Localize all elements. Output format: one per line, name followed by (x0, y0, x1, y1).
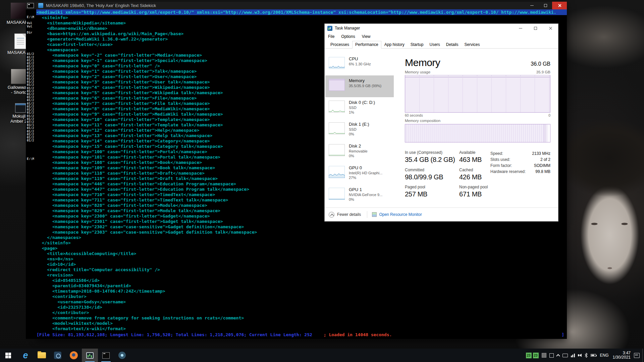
chevron-up-circle-icon (329, 212, 334, 218)
taskbar-icon-console[interactable] (98, 349, 114, 362)
non-paged-pool-value: 671 MB (459, 190, 488, 198)
disk-sparkline (329, 144, 345, 156)
in-use-value: 35.4 GB (8.2 GB) (405, 156, 455, 164)
composition-modified-segment (545, 124, 548, 142)
menu-view[interactable]: View (362, 34, 371, 39)
paged-pool-value: 257 MB (405, 190, 427, 198)
task-manager-window: Task Manager File Options View Processes… (324, 23, 558, 222)
menu-options[interactable]: Options (341, 34, 355, 39)
console-dir-listing[interactable]: E:\M Vol Vol Dir 01/2 01/2 01/1 01/2 01/… (27, 16, 34, 161)
composition-in-use-segment (405, 124, 544, 142)
slots-used-value: 2 of 2 (540, 157, 550, 163)
task-manager-icon (327, 26, 332, 31)
editor-highlighted-line[interactable]: <mediawiki xmlns="http://www.mediawiki.o… (36, 9, 567, 15)
memory-detail-panel: Memory 36.0 GB Memory usage 35.9 GB 60 s… (405, 56, 550, 68)
form-factor-value: SODIMM (534, 163, 550, 169)
status-load-time: ; Loaded in 14048 seconds. (324, 332, 392, 337)
console-icon (27, 3, 34, 8)
editor-title: MASAKARI 198x60, The 'Holy Axe' English … (46, 3, 156, 8)
graph-gridlines (405, 75, 550, 112)
core-temp-badge-1[interactable]: 23 (526, 353, 532, 358)
hidden-icons-caret-icon[interactable] (557, 354, 559, 357)
tab-startup[interactable]: Startup (408, 41, 427, 49)
tm-maximize-button[interactable] (528, 24, 543, 33)
hardware-reserved-value: 99.8 MB (535, 169, 550, 175)
composition-label: Memory composition (405, 119, 440, 123)
tab-processes[interactable]: Processes (327, 41, 352, 49)
tab-services[interactable]: Services (462, 41, 483, 49)
bluetooth-icon[interactable] (585, 353, 588, 358)
open-resource-monitor-link[interactable]: Open Resource Monitor (372, 212, 422, 217)
perf-item-disk1[interactable]: Disk 1 (E:)SSD0% (325, 119, 394, 141)
network-icon[interactable] (571, 354, 575, 357)
disk-sparkline (329, 122, 345, 134)
action-center-icon[interactable] (634, 353, 640, 358)
timeline-left-label: 60 seconds (405, 113, 423, 117)
editor-close-button[interactable] (552, 2, 567, 9)
document-icon (14, 34, 26, 49)
tab-details[interactable]: Details (443, 41, 462, 49)
editor-maximize-button[interactable] (539, 2, 552, 9)
tm-footer: Fewer details Open Resource Monitor (325, 207, 558, 221)
total-memory: 36.0 GB (531, 61, 550, 67)
app-icon (54, 352, 61, 359)
editor-text-area[interactable]: <siteinfo> <sitename>Wikipedia</sitename… (37, 15, 257, 331)
taskbar-icon-app-2[interactable] (114, 349, 130, 362)
hardware-info: Speed:2133 MHz Slots used:2 of 2 Form fa… (490, 150, 550, 175)
battery-icon[interactable] (591, 354, 596, 357)
footer-divider (367, 211, 367, 218)
minimize-icon (530, 5, 534, 6)
show-desktop-button[interactable] (642, 349, 644, 362)
tm-minimize-button[interactable] (513, 24, 528, 33)
volume-icon[interactable] (578, 354, 582, 357)
perf-item-disk2[interactable]: Disk 2Removable0% (325, 141, 394, 163)
perf-item-memory[interactable]: Memory35.5/35.9 GB (99%) (325, 75, 394, 97)
close-icon (558, 4, 561, 7)
available-value: 463 MB (459, 156, 482, 164)
perf-item-disk0[interactable]: Disk 0 (C: D:)SSD1% (325, 97, 394, 119)
start-button[interactable] (0, 349, 16, 362)
memory-sparkline (329, 79, 345, 91)
tm-close-button[interactable] (543, 24, 558, 33)
monitor-icon[interactable] (562, 354, 568, 357)
cached-value: 426 MB (459, 173, 482, 181)
tray-app-icon-2[interactable] (549, 353, 554, 358)
core-temp-badge-2[interactable]: 23 (533, 353, 539, 358)
usage-max: 35.9 GB (536, 70, 550, 74)
taskbar-icon-edge[interactable] (17, 349, 34, 362)
editor-titlebar[interactable]: MASAKARI 198x60, The 'Holy Axe' English … (36, 2, 567, 9)
language-indicator[interactable]: ENG (600, 353, 609, 358)
taskbar-clock[interactable]: 3:47 1/30/2021 (613, 351, 631, 360)
fewer-details-button[interactable]: Fewer details (329, 212, 361, 218)
performance-sidebar: CPU6% 1.30 GHz Memory35.5/35.9 GB (99%) … (325, 49, 394, 207)
firefox-icon (70, 351, 78, 359)
tray-app-icon-1[interactable] (542, 353, 546, 358)
tm-menubar: File Options View (325, 33, 558, 41)
app-icon (118, 352, 126, 359)
editor-minimize-button[interactable] (525, 2, 539, 9)
task-manager-titlebar[interactable]: Task Manager (325, 24, 558, 33)
perf-item-cpu[interactable]: CPU6% 1.30 GHz (325, 54, 394, 75)
tab-users[interactable]: Users (426, 41, 443, 49)
desktop: MASAKARI-... MASAKARI... Gallowwalk... -… (0, 0, 644, 362)
taskbar: 23 23 ENG 3:47 1/30/2021 (0, 349, 644, 362)
taskbar-icon-app[interactable] (50, 349, 66, 362)
edge-icon (23, 351, 28, 360)
committed-value: 98.0/99.9 GB (405, 173, 443, 181)
maximize-icon (544, 4, 547, 7)
taskbar-icon-task-manager[interactable] (82, 349, 98, 362)
timeline-right-label: 0 (548, 113, 550, 117)
taskbar-icon-firefox[interactable] (66, 349, 82, 362)
tm-tabstrip: Processes Performance App history Startu… (325, 41, 558, 49)
taskbar-icon-file-explorer[interactable] (34, 349, 50, 362)
perf-item-gpu1[interactable]: GPU 1NVIDIA GeForce 9...0% (325, 184, 394, 206)
tab-performance[interactable]: Performance (352, 41, 381, 49)
console-icon (102, 352, 110, 359)
tab-app-history[interactable]: App history (381, 41, 408, 49)
menu-file[interactable]: File (328, 34, 334, 39)
editor-status-line: [File Size: 81,193,612,108; Longest Line… (37, 332, 564, 337)
app-window-icon (15, 103, 26, 113)
perf-item-gpu0[interactable]: GPU 0Intel(R) HD Graphi...27% (325, 163, 394, 184)
cpu-sparkline (329, 57, 345, 69)
folder-icon (38, 352, 46, 358)
